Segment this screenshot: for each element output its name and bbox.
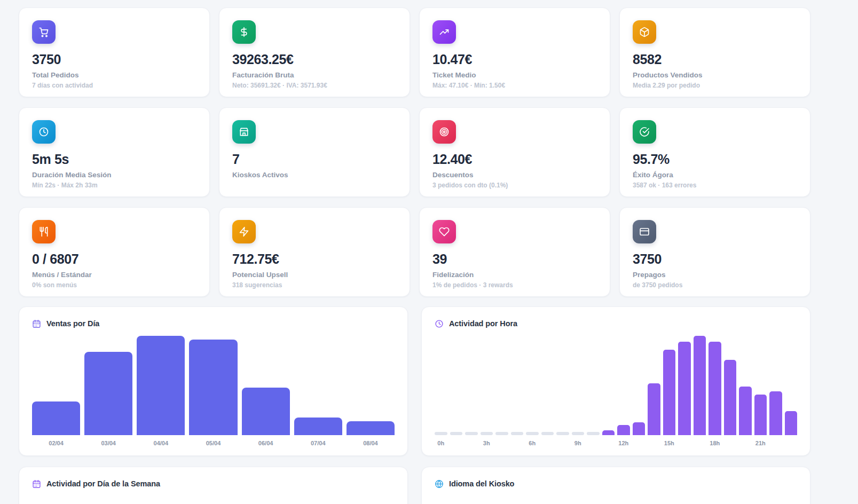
stat-value: 10.47€ bbox=[432, 52, 597, 67]
hourly-bar bbox=[709, 342, 721, 435]
hourly-activity-bar-chart bbox=[435, 336, 797, 435]
x-axis-label: 05/04 bbox=[189, 440, 237, 449]
stat-card: 0 / 6807 Menús / Estándar 0% son menús bbox=[19, 207, 210, 297]
hourly-bar bbox=[663, 350, 676, 435]
chart-title: Ventas por Día bbox=[46, 319, 99, 328]
hourly-bar bbox=[769, 391, 782, 435]
check-circle-icon bbox=[633, 120, 656, 144]
stat-sublabel: Mín 22s · Máx 2h 33m bbox=[32, 182, 196, 189]
stat-card: 12.40€ Descuentos 3 pedidos con dto (0.1… bbox=[419, 107, 610, 197]
calendar-icon bbox=[32, 319, 41, 328]
x-axis-label bbox=[785, 440, 798, 449]
daily-sales-bar-chart bbox=[32, 336, 395, 435]
utensils-icon bbox=[32, 220, 56, 243]
stat-card: 95.7% Éxito Ágora 3587 ok · 163 errores bbox=[619, 107, 810, 197]
heart-icon bbox=[432, 220, 456, 243]
x-axis-label: 9h bbox=[572, 440, 585, 449]
daily-bar bbox=[189, 340, 237, 435]
stat-card: 5m 5s Duración Media Sesión Mín 22s · Má… bbox=[19, 107, 210, 197]
x-axis-label bbox=[495, 440, 508, 449]
daily-bar bbox=[294, 418, 342, 435]
x-axis-label bbox=[511, 440, 524, 449]
x-axis-label bbox=[648, 440, 660, 449]
x-axis-label bbox=[587, 440, 600, 449]
x-axis-label: 02/04 bbox=[32, 440, 80, 449]
stat-card: 8582 Productos Vendidos Media 2.29 por p… bbox=[619, 7, 810, 97]
x-axis-label: 18h bbox=[709, 440, 721, 449]
stat-card: 712.75€ Potencial Upsell 318 sugerencias bbox=[219, 207, 410, 297]
stat-card: 39263.25€ Facturación Bruta Neto: 35691.… bbox=[219, 7, 410, 97]
stat-label: Ticket Medio bbox=[432, 71, 597, 79]
stat-sublabel: Neto: 35691.32€ · IVA: 3571.93€ bbox=[232, 82, 397, 89]
stat-sublabel: 318 sugerencias bbox=[232, 281, 397, 289]
x-axis-label bbox=[633, 440, 646, 449]
stat-label: Duración Media Sesión bbox=[32, 171, 196, 179]
daily-bar bbox=[347, 421, 395, 435]
stat-value: 5m 5s bbox=[32, 152, 196, 167]
hourly-bar bbox=[648, 383, 660, 435]
stat-label: Total Pedidos bbox=[32, 71, 196, 79]
x-axis-label: 08/04 bbox=[347, 440, 395, 449]
chart-header: Actividad por Hora bbox=[435, 318, 797, 329]
hourly-bar bbox=[694, 336, 706, 435]
x-axis-label bbox=[541, 440, 554, 449]
chart-title: Actividad por Día de la Semana bbox=[46, 479, 160, 488]
stat-value: 95.7% bbox=[633, 152, 797, 167]
clock-icon bbox=[32, 120, 56, 144]
storefront-icon bbox=[232, 120, 256, 144]
hourly-bar bbox=[724, 360, 737, 435]
chart-header: Actividad por Día de la Semana bbox=[32, 478, 395, 490]
package-icon bbox=[633, 20, 656, 44]
credit-card-icon bbox=[633, 220, 656, 243]
hourly-bar bbox=[754, 395, 767, 435]
stat-value: 8582 bbox=[633, 52, 797, 67]
daily-bar bbox=[137, 336, 185, 435]
stat-sublabel: Máx: 47.10€ · Mín: 1.50€ bbox=[432, 82, 597, 89]
x-axis-label bbox=[602, 440, 615, 449]
hourly-bar bbox=[785, 411, 798, 435]
x-axis-label bbox=[678, 440, 691, 449]
trending-up-icon bbox=[432, 20, 456, 44]
stat-sublabel: 7 días con actividad bbox=[32, 82, 196, 89]
x-axis-label: 06/04 bbox=[242, 440, 290, 449]
stat-card: 3750 Total Pedidos 7 días con actividad bbox=[19, 7, 210, 97]
stat-label: Menús / Estándar bbox=[32, 271, 196, 279]
x-axis-label: 15h bbox=[663, 440, 676, 449]
chart-header: Ventas por Día bbox=[32, 318, 395, 329]
actividad-por-hora-card: Actividad por Hora 0h3h6h9h12h15h18h21h bbox=[421, 306, 810, 456]
charts-row: Ventas por Día 02/0403/0404/0405/0406/04… bbox=[19, 306, 810, 456]
stat-sublabel: 1% de pedidos · 3 rewards bbox=[432, 281, 597, 289]
chart-title: Actividad por Hora bbox=[449, 319, 517, 328]
stat-card: 10.47€ Ticket Medio Máx: 47.10€ · Mín: 1… bbox=[419, 7, 610, 97]
stat-label: Prepagos bbox=[633, 271, 797, 279]
stat-sublabel: 3587 ok · 163 errores bbox=[633, 182, 797, 189]
daily-bar bbox=[32, 401, 80, 435]
zap-icon bbox=[232, 220, 256, 243]
x-axis-label: 07/04 bbox=[294, 440, 342, 449]
stat-label: Éxito Ágora bbox=[633, 171, 797, 179]
stat-sublabel: Media 2.29 por pedido bbox=[633, 82, 797, 89]
dollar-icon bbox=[232, 20, 256, 44]
kpi-stats-grid: 3750 Total Pedidos 7 días con actividad … bbox=[19, 7, 810, 297]
stat-sublabel: 3 pedidos con dto (0.1%) bbox=[432, 182, 597, 189]
stat-value: 3750 bbox=[32, 52, 196, 67]
stat-value: 39 bbox=[432, 251, 597, 267]
x-axis-label: 3h bbox=[481, 440, 493, 449]
x-axis-label bbox=[465, 440, 478, 449]
stat-label: Potencial Upsell bbox=[232, 271, 397, 279]
stat-value: 39263.25€ bbox=[232, 52, 397, 67]
hourly-bar bbox=[617, 425, 630, 435]
x-axis-label bbox=[724, 440, 737, 449]
stat-value: 3750 bbox=[633, 251, 797, 267]
stat-label: Fidelización bbox=[432, 271, 597, 279]
bottom-row: Actividad por Día de la Semana Idioma de… bbox=[19, 467, 810, 504]
stat-sublabel: 0% son menús bbox=[32, 281, 196, 289]
idioma-del-kiosko-card: Idioma del Kiosko bbox=[421, 467, 810, 504]
ventas-por-dia-card: Ventas por Día 02/0403/0404/0405/0406/04… bbox=[19, 306, 408, 456]
x-axis-label: 21h bbox=[754, 440, 767, 449]
x-axis-label: 03/04 bbox=[84, 440, 132, 449]
x-axis-label bbox=[450, 440, 463, 449]
stat-value: 7 bbox=[232, 152, 397, 167]
x-axis-label bbox=[769, 440, 782, 449]
x-axis-label: 12h bbox=[617, 440, 630, 449]
